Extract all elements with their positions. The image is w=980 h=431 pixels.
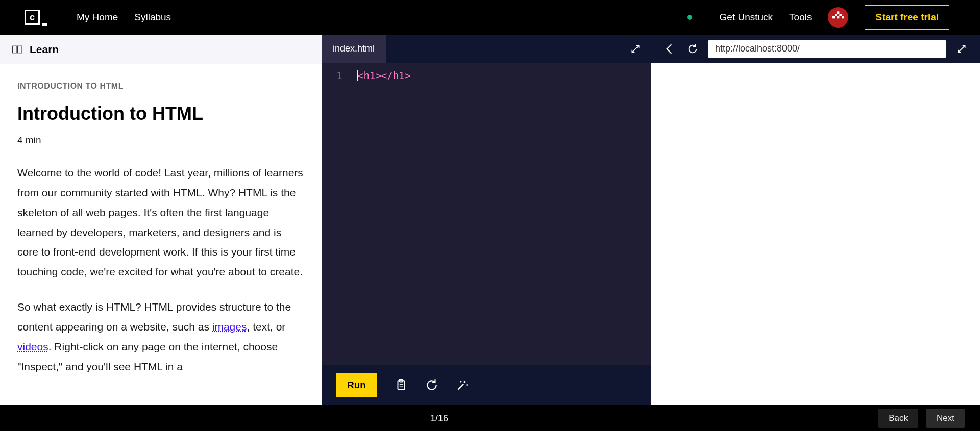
lesson-paragraph-1: Welcome to the world of code! Last year,… xyxy=(17,163,304,282)
images-link[interactable]: images xyxy=(212,321,247,333)
svg-rect-0 xyxy=(837,11,840,14)
svg-rect-4 xyxy=(837,16,840,19)
editor-tab-index-html[interactable]: index.html xyxy=(322,35,386,63)
book-icon xyxy=(12,45,22,54)
lesson-body: INTRODUCTION TO HTML Introduction to HTM… xyxy=(0,64,322,392)
start-free-trial-button[interactable]: Start free trial xyxy=(865,5,949,30)
nav-syllabus[interactable]: Syllabus xyxy=(134,12,171,23)
browser-toolbar: http://localhost:8000/ xyxy=(651,35,980,63)
main-nav: My Home Syllabus xyxy=(77,12,171,23)
progress-indicator: 1/16 xyxy=(0,413,878,424)
avatar-pixel-icon xyxy=(831,10,845,24)
expand-editor-button[interactable] xyxy=(620,35,651,63)
browser-refresh-button[interactable] xyxy=(684,43,701,55)
lesson-panel: Learn INTRODUCTION TO HTML Introduction … xyxy=(0,35,322,405)
svg-rect-6 xyxy=(13,46,17,53)
svg-rect-7 xyxy=(18,46,22,53)
logo-cursor xyxy=(42,23,47,26)
lesson-text-span: . Right-click on any page on the interne… xyxy=(17,341,278,372)
refresh-icon xyxy=(687,43,698,55)
next-button[interactable]: Next xyxy=(926,409,965,428)
line-number: 1 xyxy=(322,70,357,81)
tools-button[interactable]: Tools xyxy=(789,12,812,23)
code-content: <h1></h1> xyxy=(357,70,410,81)
clipboard-icon xyxy=(395,378,408,392)
lesson-title: Introduction to HTML xyxy=(17,103,304,124)
url-bar[interactable]: http://localhost:8000/ xyxy=(708,40,946,58)
back-button[interactable]: Back xyxy=(878,409,918,428)
browser-panel: http://localhost:8000/ xyxy=(651,35,980,405)
run-button[interactable]: Run xyxy=(336,373,377,397)
nav-my-home[interactable]: My Home xyxy=(77,12,118,23)
svg-rect-2 xyxy=(840,14,842,16)
logo[interactable]: c xyxy=(24,7,49,28)
get-unstuck-button[interactable]: Get Unstuck xyxy=(720,12,773,23)
svg-rect-3 xyxy=(832,16,835,19)
lesson-text-span: , text, or xyxy=(247,321,285,333)
lesson-paragraph-2: So what exactly is HTML? HTML provides s… xyxy=(17,297,304,376)
svg-rect-5 xyxy=(842,16,844,19)
editor-footer: Run xyxy=(322,365,651,405)
lesson-duration: 4 min xyxy=(17,135,304,146)
editor-tab-bar: index.html xyxy=(322,35,651,63)
top-header: c My Home Syllabus Get Unstuck Tools Sta… xyxy=(0,0,980,35)
reset-button[interactable] xyxy=(425,378,438,392)
videos-link[interactable]: videos xyxy=(17,341,48,352)
bottom-bar: 1/16 Back Next xyxy=(0,405,980,431)
learn-tab-bar[interactable]: Learn xyxy=(0,35,322,64)
chevron-left-icon xyxy=(666,43,673,55)
code-line: 1 <h1></h1> xyxy=(322,70,651,81)
header-right: Get Unstuck Tools Start free trial xyxy=(720,5,949,30)
connection-status-dot xyxy=(687,15,692,20)
magic-wand-icon xyxy=(456,378,469,392)
main-content: Learn INTRODUCTION TO HTML Introduction … xyxy=(0,35,980,405)
ai-assist-button[interactable] xyxy=(456,378,469,392)
learn-label: Learn xyxy=(30,43,59,56)
code-editor-panel: index.html 1 <h1></h1> Run xyxy=(322,35,651,405)
avatar[interactable] xyxy=(828,7,848,28)
svg-rect-1 xyxy=(835,14,837,16)
logo-mark: c xyxy=(24,10,40,25)
expand-icon xyxy=(957,44,967,54)
expand-icon xyxy=(630,44,641,54)
expand-browser-button[interactable] xyxy=(953,44,970,54)
refresh-icon xyxy=(425,378,438,392)
code-area[interactable]: 1 <h1></h1> xyxy=(322,63,651,365)
browser-viewport[interactable] xyxy=(651,63,980,405)
lesson-eyebrow: INTRODUCTION TO HTML xyxy=(17,82,304,91)
copy-button[interactable] xyxy=(395,378,408,392)
browser-back-button[interactable] xyxy=(661,43,677,55)
